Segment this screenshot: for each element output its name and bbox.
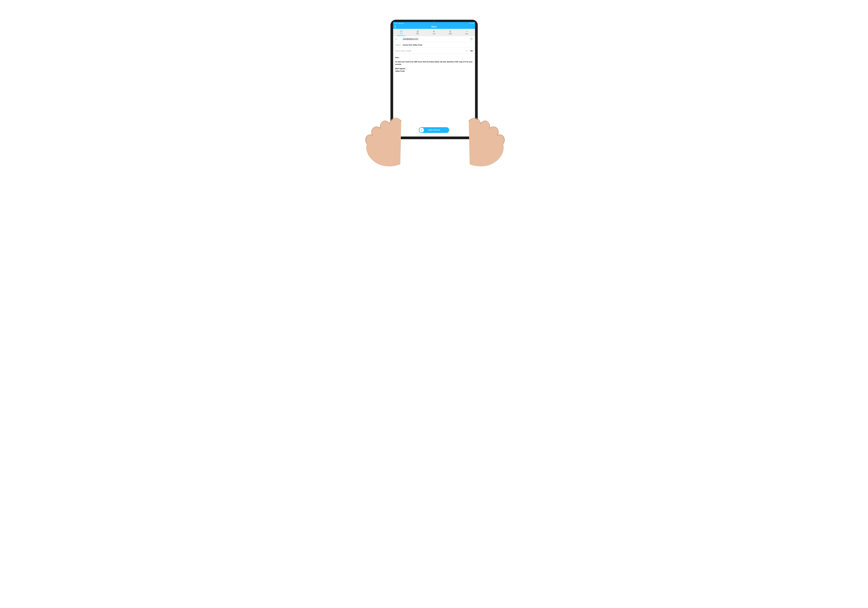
back-button[interactable] — [394, 25, 396, 29]
tab-email[interactable]: Email — [393, 29, 409, 36]
body-line: To view your invoice for GBP 52,15 click… — [395, 61, 473, 66]
subject-row[interactable]: Subject Invoice from Valley Fruits — [393, 42, 475, 48]
add-recipient-button[interactable] — [470, 38, 473, 40]
email-icon — [400, 30, 403, 33]
recipient-chip[interactable]: team@debitoor.com — [402, 38, 419, 40]
nav-title: Share — [431, 26, 437, 28]
more-icon — [465, 30, 468, 33]
tab-label: Email — [400, 33, 403, 34]
svg-point-1 — [466, 31, 466, 32]
status-bar: 13.32 Wed 8 Jul 👁 4 % ▮ — [393, 22, 475, 25]
to-row: To team@debitoor.com — [393, 36, 475, 42]
tab-files[interactable]: Files — [409, 29, 426, 36]
body-regards: Best regards, — [395, 68, 473, 70]
nav-bar: Share — [393, 25, 475, 29]
to-label: To — [395, 38, 403, 40]
tablet-camera — [434, 21, 434, 22]
copy-to-self-row: Send a copy to myself YES NO — [393, 48, 475, 54]
send-invoice-button[interactable]: SEND INVOICE — [419, 127, 449, 133]
tab-label: Share — [449, 33, 452, 34]
chevron-right-icon — [420, 129, 423, 131]
paperclip-icon — [417, 30, 419, 33]
copy-to-self-toggle: YES NO — [465, 50, 473, 52]
status-battery: 👁 4 % ▮ — [469, 23, 474, 24]
tab-bar: Email Files View — [393, 29, 475, 36]
copy-to-self-label: Send a copy to myself — [395, 50, 411, 52]
status-date: Wed 8 Jul — [398, 23, 404, 24]
svg-point-2 — [467, 31, 467, 32]
tablet-frame: 13.32 Wed 8 Jul 👁 4 % ▮ Share — [391, 20, 478, 139]
send-circle — [419, 128, 424, 132]
tab-label: Files — [416, 33, 419, 34]
tab-more[interactable]: More — [459, 29, 475, 36]
toggle-yes[interactable]: YES — [465, 50, 468, 52]
subject-value: Invoice from Valley Fruits — [403, 44, 422, 46]
send-label: SEND INVOICE — [428, 129, 440, 131]
share-icon — [449, 30, 451, 33]
toggle-no[interactable]: NO — [470, 50, 473, 52]
tab-view[interactable]: View — [426, 29, 442, 36]
status-time: 13.32 — [394, 23, 397, 24]
plus-circle-icon — [470, 38, 473, 40]
magnifier-icon — [433, 30, 435, 33]
body-sender: Valley Fruits — [395, 70, 473, 73]
subject-label: Subject — [395, 44, 403, 46]
tab-label: More — [465, 33, 468, 34]
chevron-left-icon — [394, 25, 396, 28]
tab-share[interactable]: Share — [442, 29, 459, 36]
body-greeting: Dear , — [395, 56, 473, 59]
screen: 13.32 Wed 8 Jul 👁 4 % ▮ Share — [393, 22, 475, 136]
send-area: SEND INVOICE — [393, 125, 475, 136]
tab-label: View — [432, 33, 435, 34]
svg-point-3 — [467, 31, 468, 32]
email-body[interactable]: Dear , To view your invoice for GBP 52,1… — [393, 54, 475, 125]
